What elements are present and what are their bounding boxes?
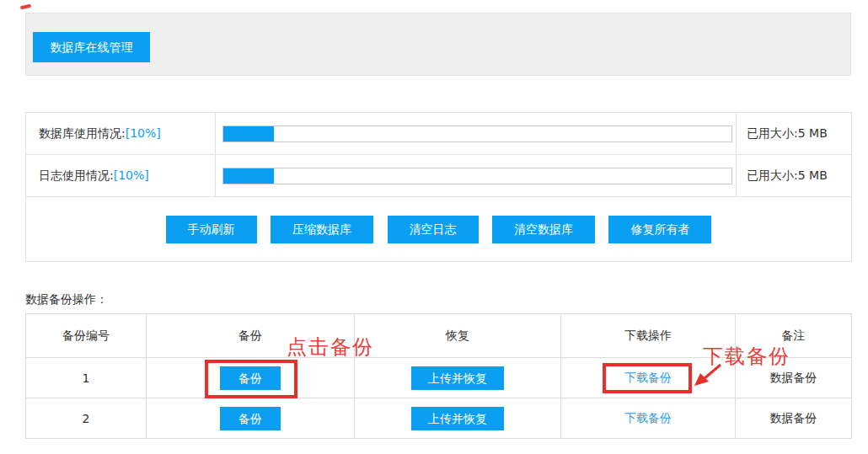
db-used-size-label: 已用大小:5 MB [747, 126, 828, 140]
download-backup-link-row2[interactable]: 下载备份 [624, 411, 672, 425]
log-usage-progress-fill [223, 168, 274, 184]
col-header-restore: 恢复 [355, 314, 561, 358]
backup-row-2: 2 备份 上传并恢复 下载备份 数据备份 [26, 398, 852, 439]
red-scribble-mark [20, 4, 32, 10]
fix-owner-button[interactable]: 修复所有者 [608, 216, 711, 243]
db-usage-progressbar [222, 126, 732, 142]
upload-restore-button-row1[interactable]: 上传并恢复 [411, 366, 504, 390]
clear-db-button[interactable]: 清空数据库 [492, 216, 595, 243]
compress-db-button[interactable]: 压缩数据库 [271, 216, 373, 243]
clear-log-button[interactable]: 清空日志 [388, 216, 479, 243]
annotation-click-backup-text: 点击备份 [287, 334, 374, 361]
db-usage-label: 数据库使用情况: [39, 126, 126, 140]
backup-button-row2[interactable]: 备份 [220, 407, 281, 430]
backup-id-cell-row1: 1 [26, 358, 147, 398]
log-usage-progressbar [222, 168, 732, 184]
annotation-box-backup-button [205, 360, 297, 398]
upload-restore-button-row2[interactable]: 上传并恢复 [411, 407, 504, 430]
db-usage-row: 数据库使用情况:[10%] 已用大小:5 MB [26, 113, 852, 155]
log-usage-percent: [10%] [114, 168, 149, 182]
top-panel: 数据库在线管理 [25, 13, 851, 76]
download-arrow-icon [692, 362, 724, 387]
actions-row: 手动刷新 压缩数据库 清空日志 清空数据库 修复所有者 [26, 197, 852, 262]
note-cell-row2: 数据备份 [736, 398, 852, 439]
log-usage-row: 日志使用情况:[10%] 已用大小:5 MB [26, 155, 852, 197]
col-header-backup-id: 备份编号 [26, 314, 147, 358]
usage-table: 数据库使用情况:[10%] 已用大小:5 MB 日志使用情况:[10%] 已用大… [25, 112, 852, 262]
log-used-size-label: 已用大小:5 MB [747, 168, 828, 182]
db-usage-progress-fill [223, 126, 274, 142]
online-db-manage-button[interactable]: 数据库在线管理 [33, 32, 150, 62]
backup-section-label: 数据备份操作： [25, 292, 108, 307]
backup-id-cell-row2: 2 [26, 398, 147, 439]
db-usage-percent: [10%] [126, 126, 161, 140]
log-usage-label: 日志使用情况: [39, 168, 114, 182]
backup-table: 备份编号 备份 恢复 下载操作 备注 1 备份 上传并恢复 下载备份 数据备份 … [25, 313, 852, 439]
manual-refresh-button[interactable]: 手动刷新 [166, 216, 257, 243]
annotation-box-download-link [603, 363, 692, 393]
